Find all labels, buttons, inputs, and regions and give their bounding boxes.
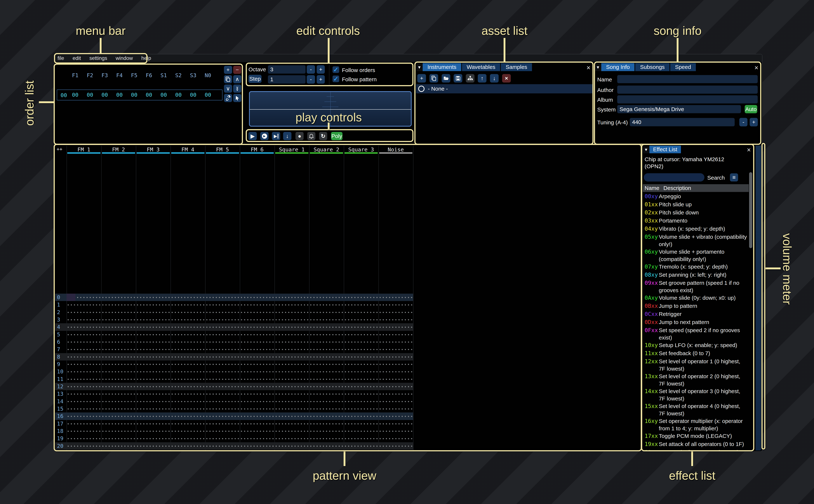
- asset-tab[interactable]: Wavetables: [462, 63, 500, 71]
- asset-duplicate-button[interactable]: [430, 74, 438, 83]
- pattern-row[interactable]: 16: [55, 412, 413, 420]
- order-cell[interactable]: 00: [68, 92, 83, 98]
- menu-item[interactable]: file: [57, 55, 64, 61]
- pattern-row[interactable]: 0: [55, 294, 413, 301]
- effect-row[interactable]: 0Bxx Jump to pattern: [643, 302, 749, 310]
- system-auto-button[interactable]: Auto: [745, 105, 757, 113]
- step-increase-button[interactable]: +: [317, 75, 325, 84]
- asset-move-up-button[interactable]: ↑: [478, 74, 487, 83]
- effect-row[interactable]: 14xx Set level of operator 3 (0 highest,…: [643, 387, 749, 402]
- channel-header[interactable]: Square 2: [309, 146, 344, 152]
- repeat-pattern-button[interactable]: ↻: [319, 132, 327, 140]
- asset-delete-button[interactable]: ×: [502, 74, 511, 83]
- effect-row[interactable]: 0Cxx Retrigger: [643, 310, 749, 318]
- effect-row[interactable]: 07xy Tremolo (x: speed; y: depth): [643, 263, 749, 271]
- empty-note-cells[interactable]: [67, 301, 413, 308]
- pattern-row[interactable]: 15: [55, 405, 413, 412]
- asset-tree-view-button[interactable]: [466, 74, 475, 83]
- stop-button[interactable]: ●: [295, 132, 303, 140]
- empty-note-cells[interactable]: [67, 383, 413, 390]
- effect-row[interactable]: 06xy Volume slide + portamento (compatib…: [643, 248, 749, 263]
- song-name-input[interactable]: [617, 75, 758, 83]
- effect-row[interactable]: 16xy Set operator multiplier (x: operato…: [643, 417, 749, 432]
- effect-row[interactable]: 1Axx Set attack of operator 1 (0 to 1F): [643, 448, 749, 451]
- effect-row[interactable]: 0Axy Volume slide (0y: down; x0: up): [643, 294, 749, 302]
- effect-row[interactable]: 04xy Vibrato (x: speed; y: depth): [643, 225, 749, 233]
- step-input[interactable]: [268, 75, 305, 84]
- pattern-row[interactable]: 7: [55, 346, 413, 353]
- channel-header[interactable]: Noise: [378, 146, 413, 152]
- empty-note-cells[interactable]: [67, 412, 413, 420]
- asset-tab[interactable]: Samples: [501, 63, 532, 71]
- effect-row[interactable]: 02xx Pitch slide down: [643, 209, 749, 217]
- order-edit-mode-button[interactable]: [233, 94, 241, 102]
- pattern-row[interactable]: 13: [55, 390, 413, 398]
- pattern-row[interactable]: 14: [55, 398, 413, 405]
- effect-row[interactable]: 00xy Arpeggio: [643, 193, 749, 201]
- empty-note-cells[interactable]: [67, 294, 413, 301]
- pattern-row[interactable]: 12: [55, 383, 413, 390]
- song-author-input[interactable]: [617, 85, 758, 94]
- order-cell[interactable]: 00: [156, 92, 171, 98]
- metronome-button[interactable]: [307, 132, 315, 140]
- empty-note-cells[interactable]: [67, 323, 413, 331]
- tuning-decrease-button[interactable]: -: [739, 118, 747, 126]
- effect-row[interactable]: 19xx Set attack of all operators (0 to 1…: [643, 440, 749, 448]
- tuning-increase-button[interactable]: +: [750, 118, 758, 126]
- follow-pattern-checkbox[interactable]: ✓: [332, 76, 339, 82]
- order-add-button[interactable]: +: [224, 66, 232, 74]
- order-duplicate-button[interactable]: [224, 75, 232, 83]
- menu-item[interactable]: edit: [73, 55, 81, 61]
- effect-row[interactable]: 0Dxx Jump to next pattern: [643, 318, 749, 326]
- empty-note-cells[interactable]: [67, 309, 413, 316]
- menu-item[interactable]: window: [116, 55, 133, 61]
- pattern-row[interactable]: 11: [55, 375, 413, 383]
- follow-orders-checkbox[interactable]: ✓: [332, 66, 339, 73]
- effect-row[interactable]: 11xx Set feedback (0 to 7): [643, 349, 749, 358]
- menu-item[interactable]: help: [141, 55, 151, 61]
- channel-header[interactable]: FM 6: [240, 146, 274, 152]
- order-cell[interactable]: 00: [142, 92, 156, 98]
- order-move-down-button[interactable]: ∨: [224, 85, 232, 93]
- effect-row[interactable]: 17xx Toggle PCM mode (LEGACY): [643, 432, 749, 440]
- empty-note-cells[interactable]: [67, 368, 413, 375]
- pattern-row[interactable]: 10: [55, 368, 413, 375]
- order-cell[interactable]: 00: [97, 92, 112, 98]
- asset-move-down-button[interactable]: ↓: [490, 74, 499, 83]
- octave-decrease-button[interactable]: -: [307, 65, 315, 74]
- effect-list-menu-button[interactable]: ≡: [730, 173, 738, 181]
- order-cell[interactable]: 00: [127, 92, 142, 98]
- pattern-row[interactable]: 8: [55, 353, 413, 361]
- empty-note-cells[interactable]: [67, 398, 413, 405]
- effect-list-tab[interactable]: Effect List: [649, 146, 681, 153]
- empty-note-cells[interactable]: [67, 316, 413, 323]
- pattern-row[interactable]: 19: [55, 435, 413, 442]
- play-one-row-button[interactable]: ▶: [272, 132, 280, 140]
- order-cell[interactable]: 00: [112, 92, 127, 98]
- pattern-row[interactable]: 6: [55, 338, 413, 346]
- empty-note-cells[interactable]: [67, 353, 413, 361]
- poly-mode-button[interactable]: Poly: [331, 132, 342, 140]
- instrument-list-item[interactable]: - None -: [416, 84, 593, 93]
- empty-note-cells[interactable]: [67, 405, 413, 412]
- pattern-row[interactable]: 20: [55, 442, 413, 450]
- asset-open-button[interactable]: [442, 74, 450, 83]
- effect-row[interactable]: 13xx Set level of operator 2 (0 highest,…: [643, 372, 749, 387]
- empty-note-cells[interactable]: [67, 375, 413, 383]
- tuning-input[interactable]: [630, 118, 735, 126]
- empty-note-cells[interactable]: [67, 346, 413, 353]
- channel-header[interactable]: FM 2: [101, 146, 136, 152]
- asset-save-button[interactable]: [454, 74, 462, 83]
- close-icon[interactable]: ×: [754, 64, 758, 71]
- channel-header[interactable]: FM 4: [170, 146, 205, 152]
- effect-search-input[interactable]: [644, 173, 705, 182]
- menu-item[interactable]: settings: [89, 55, 107, 61]
- pattern-row[interactable]: 4: [55, 323, 413, 331]
- empty-note-cells[interactable]: [67, 442, 413, 450]
- order-cell[interactable]: 00: [186, 92, 200, 98]
- pattern-row[interactable]: 2: [55, 309, 413, 316]
- channel-header[interactable]: Square 3: [344, 146, 378, 152]
- song-info-tab[interactable]: Speed: [670, 63, 696, 71]
- pattern-row[interactable]: 9: [55, 361, 413, 368]
- order-cell[interactable]: 00: [200, 92, 215, 98]
